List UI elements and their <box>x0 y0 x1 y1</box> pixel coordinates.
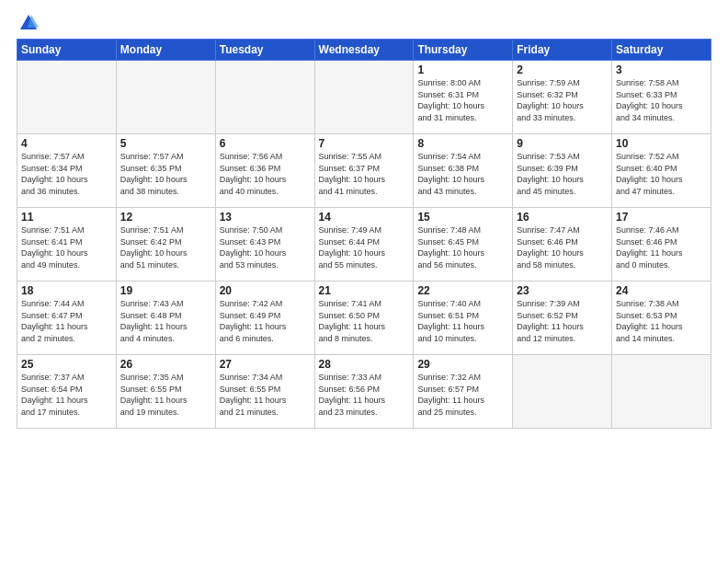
calendar-cell <box>116 61 215 134</box>
calendar-cell <box>513 355 612 429</box>
calendar-cell: 20Sunrise: 7:42 AM Sunset: 6:49 PM Dayli… <box>215 282 314 355</box>
day-info: Sunrise: 7:50 AM Sunset: 6:43 PM Dayligh… <box>220 224 311 270</box>
calendar-cell: 19Sunrise: 7:43 AM Sunset: 6:48 PM Dayli… <box>116 282 215 355</box>
calendar-cell: 22Sunrise: 7:40 AM Sunset: 6:51 PM Dayli… <box>414 282 513 355</box>
day-number: 16 <box>517 211 608 224</box>
calendar-cell: 10Sunrise: 7:52 AM Sunset: 6:40 PM Dayli… <box>612 134 711 208</box>
day-info: Sunrise: 7:39 AM Sunset: 6:52 PM Dayligh… <box>517 298 608 344</box>
page: SundayMondayTuesdayWednesdayThursdayFrid… <box>0 0 728 563</box>
day-number: 7 <box>319 137 410 150</box>
calendar-body: 1Sunrise: 8:00 AM Sunset: 6:31 PM Daylig… <box>17 61 711 429</box>
day-number: 26 <box>120 358 211 371</box>
day-number: 3 <box>616 63 707 76</box>
day-number: 27 <box>220 358 311 371</box>
calendar-cell: 4Sunrise: 7:57 AM Sunset: 6:34 PM Daylig… <box>17 134 117 208</box>
day-info: Sunrise: 7:49 AM Sunset: 6:44 PM Dayligh… <box>319 224 410 270</box>
day-number: 20 <box>220 284 311 297</box>
day-number: 18 <box>21 284 112 297</box>
day-number: 12 <box>120 211 211 224</box>
day-info: Sunrise: 7:54 AM Sunset: 6:38 PM Dayligh… <box>417 151 508 197</box>
week-row-1: 4Sunrise: 7:57 AM Sunset: 6:34 PM Daylig… <box>17 134 711 208</box>
week-row-2: 11Sunrise: 7:51 AM Sunset: 6:41 PM Dayli… <box>17 208 711 282</box>
day-info: Sunrise: 7:42 AM Sunset: 6:49 PM Dayligh… <box>220 298 311 344</box>
day-info: Sunrise: 7:40 AM Sunset: 6:51 PM Dayligh… <box>417 298 508 344</box>
week-row-4: 25Sunrise: 7:37 AM Sunset: 6:54 PM Dayli… <box>17 355 711 429</box>
day-info: Sunrise: 7:52 AM Sunset: 6:40 PM Dayligh… <box>616 151 707 197</box>
day-info: Sunrise: 7:57 AM Sunset: 6:34 PM Dayligh… <box>21 151 112 197</box>
day-number: 22 <box>417 284 508 297</box>
calendar-cell: 9Sunrise: 7:53 AM Sunset: 6:39 PM Daylig… <box>513 134 612 208</box>
calendar-cell: 8Sunrise: 7:54 AM Sunset: 6:38 PM Daylig… <box>414 134 513 208</box>
week-row-3: 18Sunrise: 7:44 AM Sunset: 6:47 PM Dayli… <box>17 282 711 355</box>
calendar-cell: 3Sunrise: 7:58 AM Sunset: 6:33 PM Daylig… <box>612 61 711 134</box>
day-info: Sunrise: 7:55 AM Sunset: 6:37 PM Dayligh… <box>319 151 410 197</box>
calendar-cell: 15Sunrise: 7:48 AM Sunset: 6:45 PM Dayli… <box>414 208 513 282</box>
calendar-cell: 2Sunrise: 7:59 AM Sunset: 6:32 PM Daylig… <box>513 61 612 134</box>
calendar-cell: 16Sunrise: 7:47 AM Sunset: 6:46 PM Dayli… <box>513 208 612 282</box>
weekday-header-saturday: Saturday <box>612 40 711 61</box>
day-info: Sunrise: 7:51 AM Sunset: 6:42 PM Dayligh… <box>120 224 211 270</box>
day-number: 5 <box>120 137 211 150</box>
day-number: 10 <box>616 137 707 150</box>
week-row-0: 1Sunrise: 8:00 AM Sunset: 6:31 PM Daylig… <box>17 61 711 134</box>
day-info: Sunrise: 7:57 AM Sunset: 6:35 PM Dayligh… <box>120 151 211 197</box>
day-info: Sunrise: 7:58 AM Sunset: 6:33 PM Dayligh… <box>616 77 707 123</box>
calendar-cell: 27Sunrise: 7:34 AM Sunset: 6:55 PM Dayli… <box>215 355 314 429</box>
day-number: 11 <box>21 211 112 224</box>
day-number: 24 <box>616 284 707 297</box>
weekday-header-thursday: Thursday <box>414 40 513 61</box>
calendar-cell: 23Sunrise: 7:39 AM Sunset: 6:52 PM Dayli… <box>513 282 612 355</box>
day-info: Sunrise: 7:44 AM Sunset: 6:47 PM Dayligh… <box>21 298 112 344</box>
day-number: 1 <box>417 63 508 76</box>
calendar-cell: 28Sunrise: 7:33 AM Sunset: 6:56 PM Dayli… <box>314 355 414 429</box>
calendar-cell: 21Sunrise: 7:41 AM Sunset: 6:50 PM Dayli… <box>314 282 414 355</box>
weekday-header-sunday: Sunday <box>17 40 117 61</box>
weekday-header-row: SundayMondayTuesdayWednesdayThursdayFrid… <box>17 40 711 61</box>
calendar-cell <box>314 61 414 134</box>
calendar-cell: 7Sunrise: 7:55 AM Sunset: 6:37 PM Daylig… <box>314 134 414 208</box>
day-info: Sunrise: 7:46 AM Sunset: 6:46 PM Dayligh… <box>616 224 707 270</box>
day-info: Sunrise: 7:56 AM Sunset: 6:36 PM Dayligh… <box>220 151 311 197</box>
calendar-cell: 1Sunrise: 8:00 AM Sunset: 6:31 PM Daylig… <box>414 61 513 134</box>
day-info: Sunrise: 7:38 AM Sunset: 6:53 PM Dayligh… <box>616 298 707 344</box>
calendar-cell <box>215 61 314 134</box>
day-number: 21 <box>319 284 410 297</box>
weekday-header-friday: Friday <box>513 40 612 61</box>
calendar-cell: 25Sunrise: 7:37 AM Sunset: 6:54 PM Dayli… <box>17 355 117 429</box>
calendar-table: SundayMondayTuesdayWednesdayThursdayFrid… <box>17 39 711 429</box>
logo-icon <box>18 13 39 33</box>
calendar-cell <box>612 355 711 429</box>
day-info: Sunrise: 7:48 AM Sunset: 6:45 PM Dayligh… <box>417 224 508 270</box>
day-info: Sunrise: 7:33 AM Sunset: 6:56 PM Dayligh… <box>319 372 410 418</box>
day-info: Sunrise: 7:53 AM Sunset: 6:39 PM Dayligh… <box>517 151 608 197</box>
day-number: 17 <box>616 211 707 224</box>
day-number: 13 <box>220 211 311 224</box>
calendar-cell: 13Sunrise: 7:50 AM Sunset: 6:43 PM Dayli… <box>215 208 314 282</box>
weekday-header-wednesday: Wednesday <box>314 40 414 61</box>
day-number: 28 <box>319 358 410 371</box>
calendar-cell: 14Sunrise: 7:49 AM Sunset: 6:44 PM Dayli… <box>314 208 414 282</box>
day-info: Sunrise: 7:59 AM Sunset: 6:32 PM Dayligh… <box>517 77 608 123</box>
day-info: Sunrise: 7:41 AM Sunset: 6:50 PM Dayligh… <box>319 298 410 344</box>
day-number: 19 <box>120 284 211 297</box>
day-number: 8 <box>417 137 508 150</box>
day-info: Sunrise: 7:35 AM Sunset: 6:55 PM Dayligh… <box>120 372 211 418</box>
calendar-cell: 11Sunrise: 7:51 AM Sunset: 6:41 PM Dayli… <box>17 208 117 282</box>
day-info: Sunrise: 7:37 AM Sunset: 6:54 PM Dayligh… <box>21 372 112 418</box>
day-number: 25 <box>21 358 112 371</box>
day-number: 15 <box>417 211 508 224</box>
calendar-cell: 24Sunrise: 7:38 AM Sunset: 6:53 PM Dayli… <box>612 282 711 355</box>
day-number: 6 <box>220 137 311 150</box>
day-number: 4 <box>21 137 112 150</box>
calendar-cell: 29Sunrise: 7:32 AM Sunset: 6:57 PM Dayli… <box>414 355 513 429</box>
calendar-cell: 18Sunrise: 7:44 AM Sunset: 6:47 PM Dayli… <box>17 282 117 355</box>
calendar-cell: 6Sunrise: 7:56 AM Sunset: 6:36 PM Daylig… <box>215 134 314 208</box>
day-number: 29 <box>417 358 508 371</box>
day-info: Sunrise: 8:00 AM Sunset: 6:31 PM Dayligh… <box>417 77 508 123</box>
weekday-header-monday: Monday <box>116 40 215 61</box>
calendar-cell: 12Sunrise: 7:51 AM Sunset: 6:42 PM Dayli… <box>116 208 215 282</box>
day-number: 23 <box>517 284 608 297</box>
calendar-cell <box>17 61 117 134</box>
weekday-header-tuesday: Tuesday <box>215 40 314 61</box>
calendar-cell: 26Sunrise: 7:35 AM Sunset: 6:55 PM Dayli… <box>116 355 215 429</box>
